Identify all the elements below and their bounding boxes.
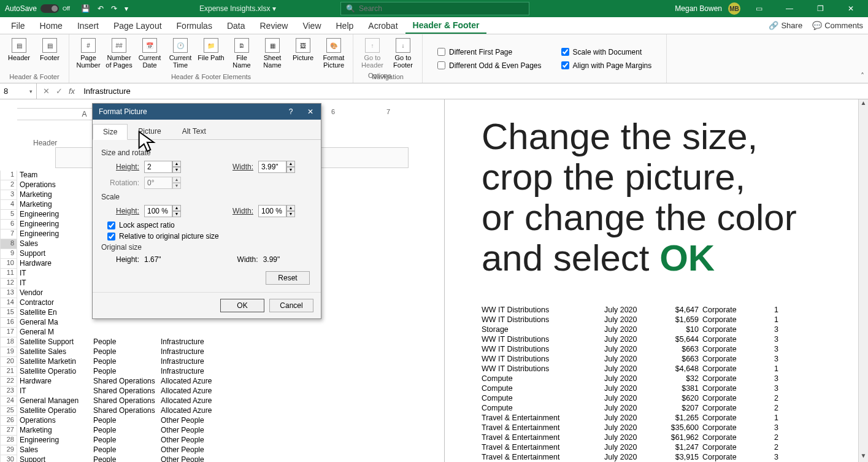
cell[interactable]: July 2020	[604, 335, 647, 344]
table-row[interactable]: ITShared OperationsAllocated Azure	[17, 387, 238, 396]
format-picture-button[interactable]: 🎨Format Picture	[320, 38, 348, 69]
cell[interactable]: Sales	[17, 239, 91, 249]
cell[interactable]: $1,659	[647, 315, 702, 324]
height-spinner[interactable]: ▲▼	[144, 161, 181, 173]
cell[interactable]: $1,265	[647, 414, 702, 422]
number-pages-button[interactable]: ##Number of Pages	[105, 38, 133, 69]
tab-help[interactable]: Help	[329, 17, 361, 34]
cell[interactable]: Travel & Entertainment	[482, 414, 604, 422]
row-header[interactable]: 8	[0, 239, 17, 249]
table-row[interactable]: StorageJuly 2020$10Corporate3	[482, 325, 778, 334]
cell[interactable]: 1	[758, 364, 778, 373]
picture-button[interactable]: 🖼Picture	[289, 38, 317, 61]
cell[interactable]: Shared Operations	[91, 377, 158, 387]
cell[interactable]: Engineering	[17, 220, 91, 229]
cell[interactable]: Travel & Entertainment	[482, 423, 604, 432]
cell[interactable]: 3	[758, 384, 778, 393]
cell[interactable]: Shared Operations	[91, 406, 158, 416]
row-header[interactable]: 28	[0, 436, 17, 445]
cell[interactable]: WW IT Distributions	[482, 355, 604, 363]
cell[interactable]: Corporate	[702, 384, 758, 393]
cell[interactable]: July 2020	[604, 345, 647, 353]
cell[interactable]: Allocated Azure	[158, 387, 238, 396]
accept-formula-icon[interactable]: ✓	[56, 87, 63, 96]
cell[interactable]: $381	[647, 384, 702, 393]
cell[interactable]: Other People	[158, 416, 238, 426]
cell[interactable]: Corporate	[702, 325, 758, 334]
cell[interactable]: WW IT Distributions	[482, 364, 604, 373]
go-to-header-button[interactable]: ↑Go to Header	[358, 38, 386, 69]
scale-doc-checkbox[interactable]: Scale with Document	[561, 48, 652, 56]
row-header[interactable]: 26	[0, 416, 17, 426]
cell[interactable]: People	[91, 337, 158, 347]
maximize-icon[interactable]: ❐	[808, 0, 832, 17]
cell[interactable]: Engineering	[17, 229, 91, 239]
cell[interactable]: Storage	[482, 325, 604, 334]
cell[interactable]: Corporate	[702, 404, 758, 412]
table-row[interactable]: General M	[17, 328, 238, 337]
row-header[interactable]: 11	[0, 269, 17, 279]
table-row[interactable]: ComputeJuly 2020$32Corporate3	[482, 374, 778, 383]
cell[interactable]: People	[91, 436, 158, 445]
cell[interactable]: 1	[758, 306, 778, 314]
cell[interactable]: Corporate	[702, 423, 758, 432]
cell[interactable]: Allocated Azure	[158, 406, 238, 416]
table-row[interactable]: SupportPeopleOther People	[17, 455, 238, 462]
rotation-up-icon[interactable]: ▲	[172, 177, 181, 183]
save-icon[interactable]: 💾	[81, 4, 90, 13]
file-name-button[interactable]: 🗎File Name	[228, 38, 256, 69]
cell[interactable]	[91, 318, 158, 328]
autosave-control[interactable]: AutoSave Off	[0, 4, 75, 13]
cell[interactable]: Other People	[158, 445, 238, 455]
cell[interactable]: Other People	[158, 436, 238, 445]
cell[interactable]: Satellite Operatio	[17, 367, 91, 377]
file-path-button[interactable]: 📁File Path	[197, 38, 225, 61]
scroll-down-icon[interactable]: ▼	[859, 452, 868, 462]
row-header[interactable]: 18	[0, 337, 17, 347]
cell[interactable]: Sales	[17, 445, 91, 455]
cell[interactable]: Travel & Entertainment	[482, 453, 604, 461]
align-margins-checkbox[interactable]: Align with Page Margins	[561, 61, 652, 70]
diff-first-checkbox[interactable]: Different First Page	[437, 48, 542, 56]
cell[interactable]: People	[91, 445, 158, 455]
table-row[interactable]: Travel & EntertainmentJuly 2020$61,962Co…	[482, 433, 778, 442]
sheight-up-icon[interactable]: ▲	[172, 205, 181, 211]
cell[interactable]: $10	[647, 325, 702, 334]
cell[interactable]: Engineering	[17, 210, 91, 220]
table-row[interactable]: Satellite OperatioPeopleInfrastructure	[17, 367, 238, 377]
tab-formulas[interactable]: Formulas	[169, 17, 220, 34]
right-grid[interactable]: WW IT DistributionsJuly 2020$4,647Corpor…	[482, 305, 778, 462]
tab-insert[interactable]: Insert	[70, 17, 106, 34]
cell[interactable]: WW IT Distributions	[482, 335, 604, 344]
cell[interactable]: Infrastructure	[158, 347, 238, 357]
table-row[interactable]: Travel & EntertainmentJuly 2020$3,915Cor…	[482, 452, 778, 462]
row-header[interactable]: 24	[0, 396, 17, 406]
cell[interactable]: 3	[758, 374, 778, 383]
cell[interactable]: Satellite Operatio	[17, 406, 91, 416]
lock-aspect-checkbox[interactable]: Lock aspect ratio	[101, 221, 312, 229]
cell[interactable]: Corporate	[702, 433, 758, 442]
cell[interactable]: Corporate	[702, 306, 758, 314]
row-header[interactable]: 30	[0, 455, 17, 462]
row-header[interactable]: 13	[0, 288, 17, 298]
redo-icon[interactable]: ↷	[111, 4, 117, 13]
row-header[interactable]: 12	[0, 279, 17, 288]
cell[interactable]: Corporate	[702, 443, 758, 452]
table-row[interactable]: WW IT DistributionsJuly 2020$663Corporat…	[482, 354, 778, 364]
table-row[interactable]: ComputeJuly 2020$207Corporate2	[482, 403, 778, 413]
cell[interactable]: July 2020	[604, 433, 647, 442]
cell[interactable]: $663	[647, 355, 702, 363]
row-header[interactable]: 3	[0, 190, 17, 200]
header-button[interactable]: ▤Header	[5, 38, 33, 61]
table-row[interactable]: Satellite MarketinPeopleInfrastructure	[17, 357, 238, 367]
cell[interactable]: Corporate	[702, 355, 758, 363]
cancel-formula-icon[interactable]: ✕	[43, 87, 50, 96]
collapse-ribbon-icon[interactable]: ˄	[861, 72, 864, 80]
cell[interactable]: WW IT Distributions	[482, 345, 604, 353]
cell[interactable]: July 2020	[604, 414, 647, 422]
cell[interactable]: 2	[758, 433, 778, 442]
cell[interactable]: July 2020	[604, 404, 647, 412]
cell[interactable]: WW IT Distributions	[482, 315, 604, 324]
row-header[interactable]: 29	[0, 445, 17, 455]
search-input[interactable]	[359, 4, 524, 13]
